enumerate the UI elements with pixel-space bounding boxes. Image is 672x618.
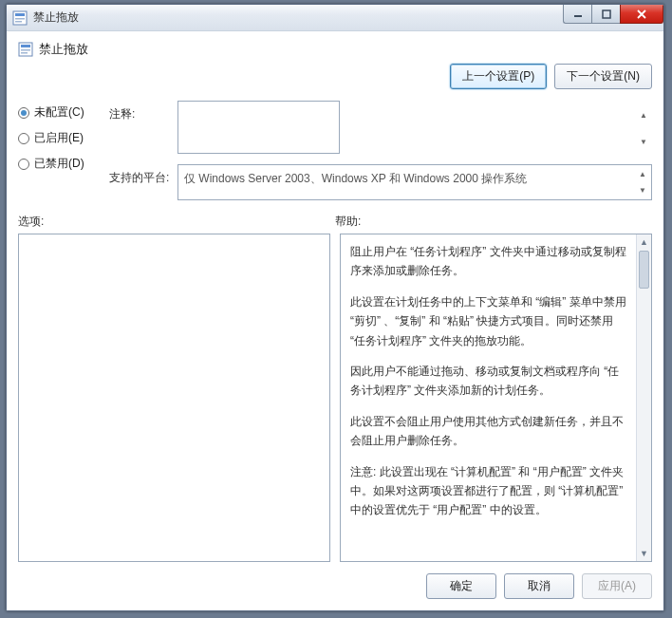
platform-label: 支持的平台: xyxy=(109,164,170,186)
spin-down-icon[interactable]: ▼ xyxy=(636,129,651,157)
radio-dot-icon xyxy=(18,159,29,170)
radio-label: 已禁用(D) xyxy=(34,156,84,172)
radio-dot-icon xyxy=(18,107,29,119)
radio-not-configured[interactable]: 未配置(C) xyxy=(18,104,102,121)
spin-up-icon[interactable]: ▲ xyxy=(635,166,650,182)
help-label: 帮助: xyxy=(335,214,652,230)
svg-rect-8 xyxy=(21,49,30,51)
client-area: 禁止拖放 上一个设置(P) 下一个设置(N) 未配置(C) 已启用(E) 已禁用… xyxy=(7,31,663,610)
help-paragraph: 注意: 此设置出现在 “计算机配置” 和 “用户配置” 文件夹中。如果对这两项设… xyxy=(350,462,628,520)
window-buttons xyxy=(563,5,663,24)
help-pane[interactable]: 阻止用户在 “任务计划程序” 文件夹中通过移动或复制程序来添加或删除任务。 此设… xyxy=(340,234,652,562)
policy-icon xyxy=(18,42,33,57)
scrollbar[interactable]: ▲ ▼ xyxy=(636,234,651,561)
comment-row: 注释: ▲ ▼ xyxy=(109,101,652,157)
platform-row: 支持的平台: 仅 Windows Server 2003、Windows XP … xyxy=(109,164,652,200)
svg-rect-7 xyxy=(21,45,30,47)
svg-rect-9 xyxy=(21,52,28,54)
help-paragraph: 因此用户不能通过拖动、移动或复制文档或程序向 “任务计划程序” 文件夹添加新的计… xyxy=(350,362,628,401)
help-paragraph: 阻止用户在 “任务计划程序” 文件夹中通过移动或复制程序来添加或删除任务。 xyxy=(350,242,628,281)
radio-dot-icon xyxy=(18,133,29,144)
svg-rect-5 xyxy=(603,10,610,18)
scroll-down-icon[interactable]: ▼ xyxy=(637,546,651,561)
apply-button[interactable]: 应用(A) xyxy=(582,573,652,599)
maximize-button[interactable] xyxy=(591,5,620,24)
radio-disabled[interactable]: 已禁用(D) xyxy=(18,156,102,172)
cancel-button[interactable]: 取消 xyxy=(504,573,574,599)
scroll-track[interactable] xyxy=(637,290,651,546)
prev-setting-button[interactable]: 上一个设置(P) xyxy=(450,64,547,89)
comment-spinner: ▲ ▼ xyxy=(636,102,651,156)
policy-icon xyxy=(12,10,28,26)
header: 禁止拖放 xyxy=(18,41,652,58)
comment-label: 注释: xyxy=(109,101,170,122)
page-title: 禁止拖放 xyxy=(39,41,88,58)
ok-button[interactable]: 确定 xyxy=(426,573,496,599)
upper-section: 未配置(C) 已启用(E) 已禁用(D) 注释: ▲ xyxy=(18,101,652,200)
lower-section: 阻止用户在 “任务计划程序” 文件夹中通过移动或复制程序来添加或删除任务。 此设… xyxy=(18,234,652,562)
svg-rect-4 xyxy=(574,15,582,17)
radio-enabled[interactable]: 已启用(E) xyxy=(18,130,102,146)
next-setting-button[interactable]: 下一个设置(N) xyxy=(554,64,652,89)
radio-label: 已启用(E) xyxy=(34,130,84,146)
state-radios: 未配置(C) 已启用(E) 已禁用(D) xyxy=(18,101,102,200)
upper-right: 注释: ▲ ▼ 支持的平台: 仅 Windows Server 2003、Win… xyxy=(109,101,652,200)
svg-rect-1 xyxy=(15,13,25,16)
close-button[interactable] xyxy=(620,5,663,24)
svg-rect-2 xyxy=(15,18,25,20)
dialog-window: 禁止拖放 禁止拖放 上一个设置(P) 下一个设置(N) xyxy=(6,4,664,611)
options-label: 选项: xyxy=(18,214,335,230)
radio-label: 未配置(C) xyxy=(34,104,84,121)
minimize-button[interactable] xyxy=(563,5,591,24)
help-paragraph: 此设置不会阻止用户使用其他方式创建新任务，并且不会阻止用户删除任务。 xyxy=(350,412,628,451)
scroll-up-icon[interactable]: ▲ xyxy=(637,234,651,250)
footer-buttons: 确定 取消 应用(A) xyxy=(18,562,652,599)
comment-input[interactable] xyxy=(177,101,340,154)
spin-down-icon[interactable]: ▼ xyxy=(635,182,650,198)
titlebar[interactable]: 禁止拖放 xyxy=(7,5,663,31)
platform-spinner: ▲ ▼ xyxy=(635,166,650,198)
platform-text: 仅 Windows Server 2003、Windows XP 和 Windo… xyxy=(184,172,527,185)
options-pane xyxy=(18,234,330,562)
platform-value: 仅 Windows Server 2003、Windows XP 和 Windo… xyxy=(177,164,652,200)
lower-labels: 选项: 帮助: xyxy=(18,214,652,230)
nav-buttons: 上一个设置(P) 下一个设置(N) xyxy=(18,64,652,89)
scroll-thumb[interactable] xyxy=(639,251,649,289)
help-paragraph: 此设置在计划任务中的上下文菜单和 “编辑” 菜单中禁用 “剪切” 、“复制” 和… xyxy=(350,292,628,350)
svg-rect-3 xyxy=(15,21,22,23)
spin-up-icon[interactable]: ▲ xyxy=(636,102,651,129)
